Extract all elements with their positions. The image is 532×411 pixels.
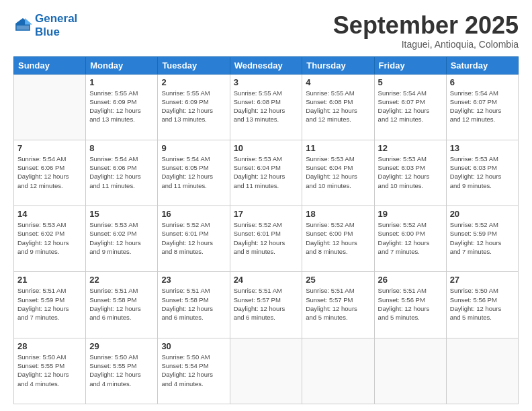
day-number: 12	[378, 143, 443, 153]
day-number: 21	[17, 275, 82, 285]
table-row: 10Sunrise: 5:53 AM Sunset: 6:04 PM Dayli…	[230, 140, 302, 205]
day-info: Sunrise: 5:52 AM Sunset: 5:59 PM Dayligh…	[450, 220, 515, 256]
day-number: 25	[306, 275, 370, 285]
day-info: Sunrise: 5:54 AM Sunset: 6:06 PM Dayligh…	[17, 154, 82, 190]
table-row	[446, 338, 518, 404]
title-section: September 2025 Itaguei, Antioquia, Colom…	[333, 12, 519, 50]
day-number: 9	[161, 143, 226, 153]
day-number: 15	[89, 209, 154, 219]
day-info: Sunrise: 5:53 AM Sunset: 6:02 PM Dayligh…	[89, 220, 154, 256]
table-row: 15Sunrise: 5:53 AM Sunset: 6:02 PM Dayli…	[86, 206, 158, 272]
table-row: 1Sunrise: 5:55 AM Sunset: 6:09 PM Daylig…	[86, 74, 158, 140]
table-row: 26Sunrise: 5:51 AM Sunset: 5:56 PM Dayli…	[374, 272, 446, 338]
day-number: 11	[306, 143, 370, 153]
table-row: 11Sunrise: 5:53 AM Sunset: 6:04 PM Dayli…	[302, 140, 374, 205]
calendar-week-row: 28Sunrise: 5:50 AM Sunset: 5:55 PM Dayli…	[14, 338, 519, 404]
header-monday: Monday	[86, 56, 158, 74]
logo: General Blue	[13, 12, 77, 39]
day-info: Sunrise: 5:50 AM Sunset: 5:55 PM Dayligh…	[89, 353, 154, 388]
calendar-week-row: 7Sunrise: 5:54 AM Sunset: 6:06 PM Daylig…	[14, 140, 519, 205]
day-info: Sunrise: 5:54 AM Sunset: 6:05 PM Dayligh…	[161, 154, 226, 190]
day-info: Sunrise: 5:53 AM Sunset: 6:04 PM Dayligh…	[234, 154, 299, 190]
day-number: 14	[17, 209, 82, 219]
logo-text: General Blue	[35, 12, 77, 39]
day-number: 18	[306, 209, 370, 219]
table-row	[302, 338, 374, 404]
table-row: 22Sunrise: 5:51 AM Sunset: 5:58 PM Dayli…	[86, 272, 158, 338]
header-thursday: Thursday	[302, 56, 374, 74]
day-info: Sunrise: 5:53 AM Sunset: 6:03 PM Dayligh…	[450, 154, 515, 190]
logo-icon	[13, 16, 32, 35]
table-row: 18Sunrise: 5:52 AM Sunset: 6:00 PM Dayli…	[302, 206, 374, 272]
day-number: 2	[161, 77, 226, 87]
header-friday: Friday	[374, 56, 446, 74]
day-number: 3	[234, 77, 299, 87]
table-row: 27Sunrise: 5:50 AM Sunset: 5:56 PM Dayli…	[446, 272, 518, 338]
day-info: Sunrise: 5:51 AM Sunset: 5:59 PM Dayligh…	[17, 286, 82, 322]
page: General Blue September 2025 Itaguei, Ant…	[0, 0, 532, 411]
table-row	[14, 74, 86, 140]
day-number: 19	[378, 209, 443, 219]
svg-rect-2	[17, 26, 30, 30]
table-row: 16Sunrise: 5:52 AM Sunset: 6:01 PM Dayli…	[158, 206, 230, 272]
day-number: 30	[161, 341, 226, 351]
header-sunday: Sunday	[14, 56, 86, 74]
table-row	[230, 338, 302, 404]
table-row: 7Sunrise: 5:54 AM Sunset: 6:06 PM Daylig…	[14, 140, 86, 205]
day-number: 1	[89, 77, 154, 87]
svg-marker-1	[25, 18, 32, 24]
calendar-week-row: 21Sunrise: 5:51 AM Sunset: 5:59 PM Dayli…	[14, 272, 519, 338]
day-number: 27	[450, 275, 515, 285]
day-info: Sunrise: 5:51 AM Sunset: 5:58 PM Dayligh…	[161, 286, 226, 322]
day-info: Sunrise: 5:51 AM Sunset: 5:57 PM Dayligh…	[306, 286, 370, 322]
month-title: September 2025	[333, 12, 519, 39]
day-number: 7	[17, 143, 82, 153]
day-number: 23	[161, 275, 226, 285]
table-row	[374, 338, 446, 404]
table-row: 12Sunrise: 5:53 AM Sunset: 6:03 PM Dayli…	[374, 140, 446, 205]
calendar-table: Sunday Monday Tuesday Wednesday Thursday…	[13, 56, 519, 404]
day-info: Sunrise: 5:54 AM Sunset: 6:06 PM Dayligh…	[89, 154, 154, 190]
day-info: Sunrise: 5:55 AM Sunset: 6:08 PM Dayligh…	[306, 89, 370, 124]
day-info: Sunrise: 5:50 AM Sunset: 5:54 PM Dayligh…	[161, 353, 226, 388]
day-number: 5	[378, 77, 443, 87]
table-row: 13Sunrise: 5:53 AM Sunset: 6:03 PM Dayli…	[446, 140, 518, 205]
table-row: 4Sunrise: 5:55 AM Sunset: 6:08 PM Daylig…	[302, 74, 374, 140]
day-info: Sunrise: 5:52 AM Sunset: 6:00 PM Dayligh…	[378, 220, 443, 256]
header-saturday: Saturday	[446, 56, 518, 74]
table-row: 3Sunrise: 5:55 AM Sunset: 6:08 PM Daylig…	[230, 74, 302, 140]
day-info: Sunrise: 5:51 AM Sunset: 5:57 PM Dayligh…	[234, 286, 299, 322]
calendar-week-row: 14Sunrise: 5:53 AM Sunset: 6:02 PM Dayli…	[14, 206, 519, 272]
day-info: Sunrise: 5:55 AM Sunset: 6:09 PM Dayligh…	[89, 89, 154, 124]
day-number: 13	[450, 143, 515, 153]
day-number: 29	[89, 341, 154, 351]
calendar-week-row: 1Sunrise: 5:55 AM Sunset: 6:09 PM Daylig…	[14, 74, 519, 140]
table-row: 8Sunrise: 5:54 AM Sunset: 6:06 PM Daylig…	[86, 140, 158, 205]
table-row: 17Sunrise: 5:52 AM Sunset: 6:01 PM Dayli…	[230, 206, 302, 272]
day-info: Sunrise: 5:51 AM Sunset: 5:56 PM Dayligh…	[378, 286, 443, 322]
day-info: Sunrise: 5:53 AM Sunset: 6:02 PM Dayligh…	[17, 220, 82, 256]
day-info: Sunrise: 5:50 AM Sunset: 5:56 PM Dayligh…	[450, 286, 515, 322]
day-info: Sunrise: 5:51 AM Sunset: 5:58 PM Dayligh…	[89, 286, 154, 322]
day-info: Sunrise: 5:52 AM Sunset: 6:01 PM Dayligh…	[161, 220, 226, 256]
header-tuesday: Tuesday	[158, 56, 230, 74]
day-info: Sunrise: 5:55 AM Sunset: 6:08 PM Dayligh…	[234, 89, 299, 124]
day-number: 16	[161, 209, 226, 219]
table-row: 24Sunrise: 5:51 AM Sunset: 5:57 PM Dayli…	[230, 272, 302, 338]
table-row: 21Sunrise: 5:51 AM Sunset: 5:59 PM Dayli…	[14, 272, 86, 338]
table-row: 29Sunrise: 5:50 AM Sunset: 5:55 PM Dayli…	[86, 338, 158, 404]
table-row: 28Sunrise: 5:50 AM Sunset: 5:55 PM Dayli…	[14, 338, 86, 404]
day-info: Sunrise: 5:53 AM Sunset: 6:04 PM Dayligh…	[306, 154, 370, 190]
day-info: Sunrise: 5:54 AM Sunset: 6:07 PM Dayligh…	[378, 89, 443, 124]
day-number: 20	[450, 209, 515, 219]
calendar-header-row: Sunday Monday Tuesday Wednesday Thursday…	[14, 56, 519, 74]
day-info: Sunrise: 5:52 AM Sunset: 6:01 PM Dayligh…	[234, 220, 299, 256]
day-number: 4	[306, 77, 370, 87]
day-number: 26	[378, 275, 443, 285]
day-info: Sunrise: 5:55 AM Sunset: 6:09 PM Dayligh…	[161, 89, 226, 124]
day-info: Sunrise: 5:52 AM Sunset: 6:00 PM Dayligh…	[306, 220, 370, 256]
day-number: 10	[234, 143, 299, 153]
day-info: Sunrise: 5:54 AM Sunset: 6:07 PM Dayligh…	[450, 89, 515, 124]
table-row: 23Sunrise: 5:51 AM Sunset: 5:58 PM Dayli…	[158, 272, 230, 338]
table-row: 20Sunrise: 5:52 AM Sunset: 5:59 PM Dayli…	[446, 206, 518, 272]
